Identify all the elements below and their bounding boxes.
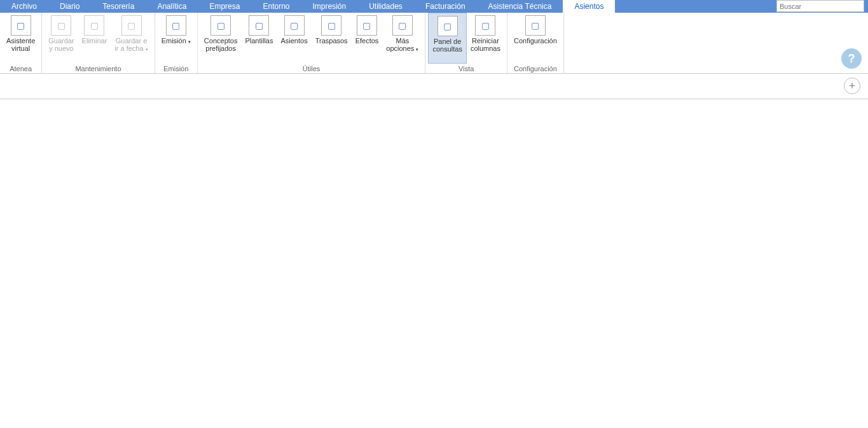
- menu-impresión[interactable]: Impresión: [301, 0, 357, 13]
- search-box: [776, 0, 864, 12]
- ribbon-plantillas[interactable]: ▢Plantillas: [241, 13, 277, 64]
- document-tabstrip: +: [0, 80, 868, 99]
- ribbon-group-label: Configuración: [510, 64, 561, 74]
- mas-opciones-icon: ▢: [392, 15, 413, 36]
- menu-diario[interactable]: Diario: [48, 0, 91, 13]
- ribbon-emision[interactable]: ▢Emisión ▾: [158, 13, 195, 64]
- ribbon-panel-consultas[interactable]: ▢Panel deconsultas: [428, 13, 466, 64]
- ribbon-conceptos[interactable]: ▢Conceptosprefijados: [200, 13, 242, 64]
- ribbon-group-label: Emisión: [158, 64, 195, 74]
- ribbon-asistente[interactable]: ▢Asistentevirtual: [3, 13, 39, 64]
- config-icon: ▢: [525, 15, 546, 36]
- ribbon-group-label: Mantenimiento: [45, 64, 151, 74]
- menu-tesorería[interactable]: Tesorería: [91, 0, 146, 13]
- eliminar-icon: ▢: [84, 15, 104, 36]
- ribbon-group-label: Vista: [428, 64, 504, 74]
- menu-bar: ArchivoDiarioTesoreríaAnalíticaEmpresaEn…: [0, 0, 868, 13]
- ribbon-mas-opciones[interactable]: ▢Másopciones ▾: [382, 13, 422, 64]
- plantillas-icon: ▢: [249, 15, 269, 36]
- asistente-icon: ▢: [11, 15, 31, 36]
- help-icon[interactable]: ?: [841, 48, 862, 69]
- document-tabs: EscritorioIntroducción de asientos×: [0, 108, 868, 428]
- ribbon-group-label: Útiles: [200, 64, 423, 74]
- ribbon-eliminar: ▢Eliminar: [78, 13, 111, 64]
- menu-asistencia técnica[interactable]: Asistencia Técnica: [477, 0, 563, 13]
- ribbon-asientos[interactable]: ▢Asientos: [277, 13, 311, 64]
- asientos-icon: ▢: [284, 15, 305, 36]
- ribbon-efectos[interactable]: ▢Efectos: [352, 13, 383, 64]
- menu-analítica[interactable]: Analítica: [146, 0, 198, 13]
- efectos-icon: ▢: [357, 15, 377, 36]
- ribbon-config[interactable]: ▢Configuración: [510, 13, 561, 64]
- ribbon-group-label: Atenea: [3, 64, 39, 74]
- emision-icon: ▢: [166, 15, 186, 36]
- ribbon-reiniciar[interactable]: ▢Reiniciarcolumnas: [467, 13, 504, 64]
- guardar-nuevo-icon: ▢: [51, 15, 71, 36]
- conceptos-icon: ▢: [210, 15, 231, 36]
- traspasos-icon: ▢: [321, 15, 341, 36]
- panel-consultas-icon: ▢: [437, 16, 458, 36]
- add-tab-icon[interactable]: +: [844, 78, 860, 94]
- menu-utilidades[interactable]: Utilidades: [357, 0, 414, 13]
- reiniciar-icon: ▢: [475, 15, 495, 36]
- menu-asientos[interactable]: Asientos: [563, 0, 615, 13]
- ribbon: ▢AsistentevirtualAtenea▢Guardary nuevo▢E…: [0, 13, 868, 74]
- ribbon-guardar-fecha: ▢Guardar eir a fecha ▾: [111, 13, 151, 64]
- ribbon-traspasos[interactable]: ▢Traspasos: [312, 13, 352, 64]
- menu-archivo[interactable]: Archivo: [0, 0, 48, 13]
- search-input[interactable]: [776, 0, 864, 12]
- guardar-fecha-icon: ▢: [121, 15, 142, 36]
- ribbon-guardar-nuevo: ▢Guardary nuevo: [45, 13, 78, 64]
- menu-empresa[interactable]: Empresa: [198, 0, 251, 13]
- menu-entorno[interactable]: Entorno: [251, 0, 301, 13]
- menu-facturación[interactable]: Facturación: [414, 0, 477, 13]
